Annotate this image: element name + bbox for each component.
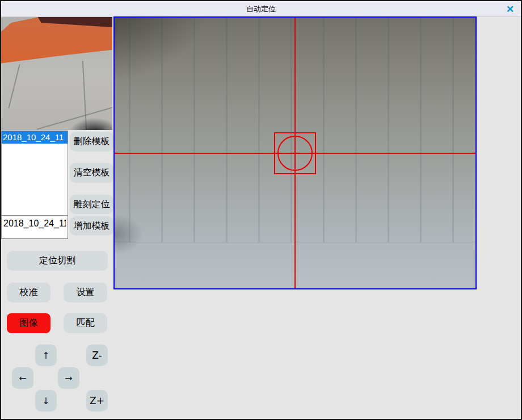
jog-z-minus-button[interactable]: Z-: [86, 345, 108, 366]
titlebar: 自动定位 ✕: [1, 1, 521, 17]
clear-templates-button[interactable]: 清空模板: [70, 163, 113, 183]
image-button[interactable]: 图像: [7, 313, 50, 333]
delete-template-button[interactable]: 删除模板: [70, 132, 113, 152]
camera-view[interactable]: [113, 16, 477, 289]
auto-position-window: 自动定位 ✕ 2018_10_24_11 删除模板 清空模板 雕刻定位 增加模板…: [0, 0, 522, 420]
window-title: 自动定位: [246, 4, 276, 14]
thumb-dark-object: [1, 17, 112, 130]
target-circle: [277, 136, 313, 171]
position-cut-button[interactable]: 定位切割: [7, 251, 108, 271]
engrave-position-button[interactable]: 雕刻定位: [70, 195, 113, 214]
template-list-item[interactable]: 2018_10_24_11: [2, 131, 68, 144]
close-icon[interactable]: ✕: [503, 3, 517, 15]
template-name-field[interactable]: [1, 215, 68, 239]
jog-down-button[interactable]: ↓: [35, 390, 57, 411]
calibrate-button[interactable]: 校准: [7, 283, 50, 303]
template-list[interactable]: 2018_10_24_11: [1, 131, 68, 216]
settings-button[interactable]: 设置: [64, 283, 107, 303]
add-template-button[interactable]: 增加模板: [70, 216, 113, 236]
jog-right-button[interactable]: →: [58, 367, 79, 389]
jog-z-plus-button[interactable]: Z+: [86, 390, 108, 411]
template-preview-image: [1, 17, 112, 130]
match-button[interactable]: 匹配: [64, 313, 107, 333]
jog-left-button[interactable]: ←: [12, 367, 33, 389]
jog-up-button[interactable]: ↑: [35, 345, 57, 366]
